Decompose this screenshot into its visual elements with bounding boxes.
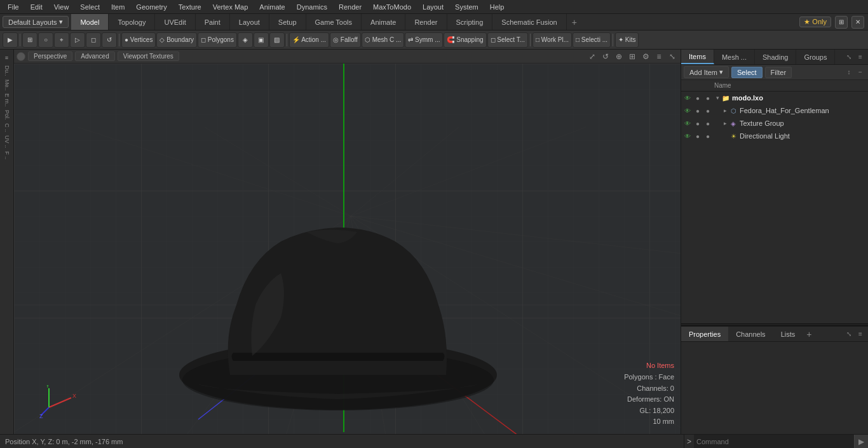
tool-toggle[interactable]: ▶ [3,32,18,48]
menu-render[interactable]: Render [334,2,367,12]
command-go-button[interactable]: ▶ [854,435,868,448]
props-tab-channels[interactable]: Channels [728,327,773,341]
menu-edit[interactable]: Edit [25,2,48,12]
filter-button[interactable]: Filter [765,67,792,78]
tool-mode6[interactable]: ▨ [269,32,285,48]
menu-file[interactable]: File [3,2,24,12]
item-expand-texture[interactable]: ▸ [722,120,728,126]
tool-work-pl[interactable]: □ Work Pl... [532,32,572,48]
viewport-textures-btn[interactable]: Viewport Textures [118,51,179,61]
tool-select-t[interactable]: ◻ Select T... [487,32,529,48]
tool-boundary[interactable]: ◇ Boundary [156,32,197,48]
item-eye2-light[interactable]: ● [693,131,703,141]
viewport[interactable]: X Y Z No Items Polygons : Face Channels:… [14,64,681,434]
tool-mode5[interactable]: ▣ [254,32,269,48]
tab-model[interactable]: Model [71,14,109,30]
item-eye2-texture[interactable]: ● [693,118,703,128]
item-eye-light[interactable]: 👁 [682,131,693,141]
menu-texture[interactable]: Texture [173,2,207,12]
item-eye-texture[interactable]: 👁 [682,118,693,128]
menu-geometry[interactable]: Geometry [131,2,172,12]
viewport-icon-gear[interactable]: ⚙ [640,51,651,62]
layout-icon-btn1[interactable]: ⊞ [835,16,848,29]
tool-mode4[interactable]: ◈ [238,32,253,48]
menu-layout[interactable]: Layout [417,2,449,12]
tab-schematic-fusion[interactable]: Schematic Fusion [492,14,566,30]
tool-symm[interactable]: ⇄ Symm ... [405,32,443,48]
item-eye-fedora[interactable]: 👁 [682,105,693,116]
sidebar-label-uv[interactable]: UV .. [4,134,10,149]
props-tab-properties[interactable]: Properties [681,327,728,341]
sidebar-tool-1[interactable]: ≡ [1,52,13,64]
items-sort-icon[interactable]: ↕ [844,67,854,78]
viewport-icon-fit[interactable]: ⊞ [627,51,638,62]
star-badge[interactable]: ★ Only [799,17,831,27]
viewport-dot-btn[interactable] [17,52,25,61]
layout-dropdown[interactable]: Default Layouts ▾ [3,16,69,28]
tab-topology[interactable]: Topology [109,14,155,30]
tool-select-box[interactable]: ◻ [86,32,101,48]
tab-uvedit[interactable]: UVEdit [155,14,195,30]
item-eye2-modo-lxo[interactable]: ● [693,93,703,103]
menu-maxtomodo[interactable]: MaxToModo [368,2,416,12]
item-row-dir-light[interactable]: 👁 ● ● ☀ Directional Light [681,130,868,142]
item-row-texture-group[interactable]: 👁 ● ● ▸ ◈ Texture Group [681,117,868,130]
items-menu-icon[interactable]: ≡ [855,52,865,62]
items-minus-icon[interactable]: − [855,67,865,78]
props-tab-lists[interactable]: Lists [773,327,803,341]
item-row-modo-lxo[interactable]: 👁 ● ● ▾ 📁 modo.lxo [681,92,868,104]
layout-tab-add[interactable]: + [567,16,582,29]
command-input[interactable] [694,435,854,448]
item-expand-modo-lxo[interactable]: ▾ [714,95,721,101]
items-tab-shading[interactable]: Shading [755,50,796,64]
item-eye-modo-lxo[interactable]: 👁 [682,93,693,103]
item-eye3-fedora[interactable]: ● [703,105,713,116]
props-expand-icon[interactable]: ⤡ [844,329,854,339]
tab-paint[interactable]: Paint [196,14,230,30]
tool-snap-target[interactable]: ⌖ [54,32,69,48]
menu-select[interactable]: Select [75,2,105,12]
viewport-icon-menu[interactable]: ≡ [653,51,665,62]
sidebar-label-dup[interactable]: Du.. [4,64,10,78]
menu-animate[interactable]: Animate [254,2,290,12]
menu-system[interactable]: System [450,2,484,12]
viewport-icon-move[interactable]: ⤢ [587,51,598,62]
tool-mesh-c[interactable]: ⬡ Mesh C ... [362,32,404,48]
menu-dynamics[interactable]: Dynamics [292,2,332,12]
item-eye3-texture[interactable]: ● [703,118,713,128]
sidebar-label-pol[interactable]: Pol. [4,109,10,121]
viewport-advanced-btn[interactable]: Advanced [75,51,114,61]
tab-setup[interactable]: Setup [269,14,306,30]
sidebar-label-mesh[interactable]: Me.. [4,78,10,92]
item-eye3-light[interactable]: ● [703,131,713,141]
items-tab-mesh[interactable]: Mesh ... [714,50,755,64]
items-tab-groups[interactable]: Groups [796,50,835,64]
tool-grid[interactable]: ⊞ [22,32,37,48]
items-expand-icon[interactable]: ⤡ [844,52,854,62]
tool-kits[interactable]: ✦ Kits [615,32,639,48]
tab-animate[interactable]: Animate [362,14,405,30]
item-eye2-fedora[interactable]: ● [693,105,703,116]
sidebar-label-em[interactable]: E m.. [4,92,10,108]
tool-falloff[interactable]: ◎ Falloff [330,32,361,48]
tab-scripting[interactable]: Scripting [447,14,493,30]
menu-view[interactable]: View [49,2,74,12]
tool-action[interactable]: ⚡ Action ... [289,32,329,48]
props-menu-icon[interactable]: ≡ [855,329,865,339]
add-item-button[interactable]: Add Item ▾ [684,66,729,78]
select-button[interactable]: Select [731,67,763,78]
tab-render[interactable]: Render [405,14,447,30]
tool-snap-circle[interactable]: ○ [38,32,53,48]
items-tab-items[interactable]: Items [681,50,714,64]
tool-selecti[interactable]: □ Selecti ... [573,32,611,48]
tool-polygons[interactable]: ◻ Polygons [198,32,237,48]
tool-vertices[interactable]: ● Vertices [121,32,156,48]
tool-select-arrow[interactable]: ▷ [70,32,85,48]
item-row-fedora[interactable]: 👁 ● ● ▸ ⬡ Fedora_Hat_For_Gentleman [681,104,868,117]
viewport-icon-rotate[interactable]: ↺ [600,51,611,62]
menu-item[interactable]: Item [106,2,130,12]
tool-snapping[interactable]: 🧲 Snapping [444,32,486,48]
sidebar-label-f[interactable]: F .. [4,150,10,161]
tab-layout[interactable]: Layout [230,14,269,30]
props-tab-add[interactable]: + [803,329,815,339]
